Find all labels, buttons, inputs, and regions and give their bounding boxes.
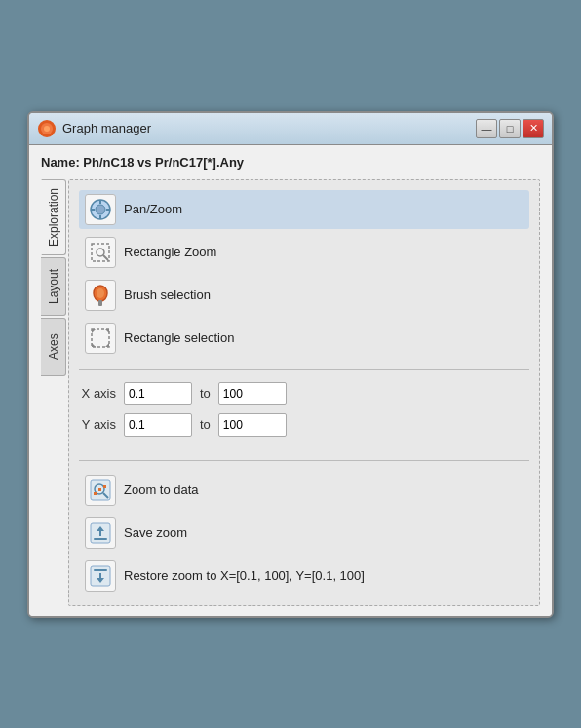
graph-name-label: Name: Ph/nC18 vs Pr/nC17[*].Any — [41, 155, 540, 170]
tool-rectangle-selection[interactable]: Rectangle selection — [79, 319, 529, 358]
title-bar: Graph manager — □ ✕ — [29, 113, 552, 145]
tool-pan-zoom[interactable]: Pan/Zoom — [79, 190, 529, 229]
rectangle-zoom-label: Rectangle Zoom — [124, 245, 216, 259]
x-axis-to-input[interactable] — [218, 382, 287, 405]
rectangle-zoom-icon — [85, 237, 116, 268]
content-area: Name: Ph/nC18 vs Pr/nC17[*].Any Explorat… — [29, 145, 552, 616]
main-layout: Exploration Layout Axes — [41, 179, 540, 606]
zoom-to-data-icon — [85, 475, 116, 506]
svg-point-2 — [44, 126, 50, 132]
tab-axes[interactable]: Axes — [41, 318, 66, 376]
axis-section: X axis to Y axis to — [79, 378, 529, 452]
pan-zoom-icon — [85, 194, 116, 225]
name-prefix: Name: — [41, 155, 83, 170]
tab-layout[interactable]: Layout — [41, 257, 66, 316]
tool-brush-selection[interactable]: Brush selection — [79, 276, 529, 315]
maximize-button[interactable]: □ — [499, 119, 521, 138]
restore-zoom-label: Restore zoom to X=[0.1, 100], Y=[0.1, 10… — [124, 568, 365, 583]
svg-marker-17 — [105, 329, 109, 333]
title-bar-left: Graph manager — [37, 119, 151, 138]
tool-list: Pan/Zoom Rectangle Zoom — [79, 190, 529, 358]
rectangle-selection-icon — [85, 323, 116, 354]
rectangle-selection-label: Rectangle selection — [124, 330, 234, 345]
svg-rect-13 — [98, 300, 102, 306]
tool-rectangle-zoom[interactable]: Rectangle Zoom — [79, 233, 529, 272]
svg-marker-16 — [92, 329, 96, 333]
tabs-sidebar: Exploration Layout Axes — [41, 179, 66, 606]
svg-rect-15 — [92, 329, 109, 347]
close-button[interactable]: ✕ — [523, 119, 544, 138]
title-buttons: — □ ✕ — [476, 119, 544, 138]
svg-rect-24 — [98, 488, 101, 491]
save-zoom-label: Save zoom — [124, 525, 187, 540]
pan-zoom-label: Pan/Zoom — [124, 202, 182, 216]
divider-2 — [79, 460, 529, 461]
divider-1 — [79, 369, 529, 370]
restore-zoom-icon — [85, 560, 116, 592]
action-list: Zoom to data Save zoom — [79, 471, 529, 595]
save-zoom-icon — [85, 517, 116, 549]
zoom-to-data-label: Zoom to data — [124, 482, 199, 497]
brush-selection-icon — [85, 280, 116, 311]
action-restore-zoom[interactable]: Restore zoom to X=[0.1, 100], Y=[0.1, 10… — [79, 556, 529, 595]
y-axis-from-input[interactable] — [124, 413, 192, 437]
graph-name-value: Ph/nC18 vs Pr/nC17[*].Any — [83, 155, 244, 170]
svg-rect-23 — [94, 492, 97, 495]
svg-point-10 — [97, 249, 104, 256]
brush-selection-label: Brush selection — [124, 287, 211, 302]
graph-manager-window: Graph manager — □ ✕ Name: Ph/nC18 vs Pr/… — [27, 111, 554, 618]
x-axis-from-input[interactable] — [124, 382, 192, 405]
x-axis-label: X axis — [79, 386, 116, 401]
y-axis-label: Y axis — [79, 417, 116, 432]
svg-rect-25 — [103, 485, 106, 488]
minimize-button[interactable]: — — [476, 119, 497, 138]
y-axis-to-label: to — [200, 417, 211, 432]
action-save-zoom[interactable]: Save zoom — [79, 514, 529, 553]
svg-point-14 — [97, 288, 104, 298]
y-axis-row: Y axis to — [79, 413, 529, 437]
svg-line-11 — [103, 255, 108, 260]
y-axis-to-input[interactable] — [218, 413, 287, 437]
action-zoom-to-data[interactable]: Zoom to data — [79, 471, 529, 510]
svg-rect-28 — [94, 538, 107, 540]
panel-content: Pan/Zoom Rectangle Zoom — [68, 179, 540, 606]
svg-rect-31 — [94, 569, 107, 571]
app-icon — [37, 119, 57, 138]
tab-exploration[interactable]: Exploration — [41, 179, 66, 255]
x-axis-to-label: to — [200, 386, 211, 401]
svg-marker-19 — [105, 343, 109, 347]
svg-point-4 — [96, 205, 105, 214]
window-title: Graph manager — [62, 121, 151, 135]
x-axis-row: X axis to — [79, 382, 529, 405]
